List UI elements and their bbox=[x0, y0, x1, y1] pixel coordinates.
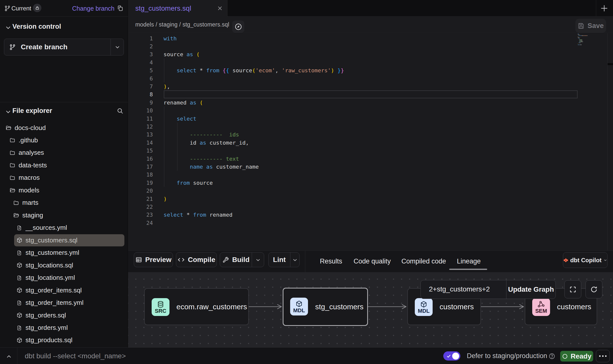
tree-item-stg-customers-sql[interactable]: stg_customers.sql bbox=[0, 234, 128, 246]
tree-item-macros[interactable]: macros bbox=[0, 172, 128, 184]
tree-item-label: stg_orders.yml bbox=[26, 324, 68, 332]
lineage-search-input[interactable]: 2+stg_customers+2 bbox=[429, 285, 490, 293]
tree-item-stg-customers-yml[interactable]: stg_customers.yml bbox=[0, 247, 128, 259]
tree-item-stg-order-items-sql[interactable]: stg_order_items.sql bbox=[0, 284, 128, 296]
table-icon bbox=[135, 256, 142, 263]
save-button[interactable]: Save bbox=[575, 19, 606, 33]
tree-item-label: analyses bbox=[19, 149, 44, 156]
preview-button[interactable]: Preview bbox=[134, 252, 173, 267]
create-branch-button[interactable]: Create branch bbox=[4, 39, 124, 55]
lint-main[interactable]: Lint bbox=[269, 256, 290, 264]
minimap[interactable] bbox=[578, 33, 608, 251]
defer-toggle[interactable] bbox=[443, 351, 460, 361]
tree-item-staging[interactable]: staging bbox=[0, 209, 128, 221]
update-graph-button[interactable]: Update Graph bbox=[506, 280, 556, 299]
create-branch-caret[interactable] bbox=[111, 39, 124, 55]
code-line: source as ( bbox=[164, 50, 200, 58]
copy-icon[interactable] bbox=[117, 5, 124, 12]
lineage-fullscreen-button[interactable] bbox=[564, 280, 581, 298]
dbt-cloud-ide: Current Change branch Version control bbox=[0, 0, 613, 364]
dbt-copilot-label: dbt Copilot bbox=[570, 257, 602, 264]
tree-item--github[interactable]: .github bbox=[0, 134, 128, 146]
line-number: 7 bbox=[128, 82, 153, 91]
line-number: 4 bbox=[128, 58, 153, 67]
expand-console-chevron-icon[interactable] bbox=[5, 353, 12, 360]
build-button[interactable]: Build bbox=[220, 252, 264, 267]
command-input[interactable]: dbt build --select <model_name> bbox=[25, 352, 126, 360]
file-icon bbox=[16, 300, 23, 306]
lint-caret[interactable] bbox=[290, 257, 299, 263]
more-options-button[interactable] bbox=[596, 350, 610, 362]
folder-icon bbox=[9, 162, 16, 168]
change-branch-link[interactable]: Change branch bbox=[72, 5, 114, 12]
file-icon bbox=[16, 275, 23, 281]
tree-item-label: stg_customers.sql bbox=[26, 236, 78, 244]
folder-icon bbox=[9, 137, 16, 143]
lineage-refresh-button[interactable] bbox=[585, 280, 602, 298]
tree-item-stg-locations-yml[interactable]: stg_locations.yml bbox=[0, 272, 128, 284]
tree-item-label: macros bbox=[19, 174, 40, 182]
lineage-node-stg-customers[interactable]: MDLstg_customers bbox=[283, 288, 368, 326]
build-main[interactable]: Build bbox=[220, 256, 252, 264]
panel-tab-compiled-code[interactable]: Compiled code bbox=[401, 258, 446, 265]
tree-item-label: stg_locations.yml bbox=[26, 274, 75, 282]
line-number: 20 bbox=[128, 187, 153, 195]
compile-label: Compile bbox=[188, 256, 215, 264]
code-line: select * from {{ source('ecom', 'raw_cus… bbox=[164, 66, 344, 75]
status-circle-icon bbox=[562, 353, 568, 359]
tree-item-label: stg_customers.yml bbox=[26, 249, 79, 257]
lineage-node-ecom-raw-customers[interactable]: SRCecom.raw_customers bbox=[144, 288, 249, 325]
statusbar-divider bbox=[17, 348, 17, 364]
help-icon[interactable] bbox=[549, 353, 555, 360]
folder-open-icon bbox=[5, 125, 12, 131]
code-line: select bbox=[164, 115, 196, 123]
tree-item--sources-yml[interactable]: __sources.yml bbox=[0, 222, 128, 234]
folder-icon bbox=[13, 200, 19, 206]
code-editor[interactable]: 123456789101112131415161718192021222324 … bbox=[128, 33, 613, 251]
tree-item-stg-order-items-yml[interactable]: stg_order_items.yml bbox=[0, 297, 128, 309]
tree-item-label: stg_order_items.yml bbox=[26, 299, 84, 307]
tree-item-models[interactable]: models bbox=[0, 184, 128, 196]
build-caret[interactable] bbox=[252, 257, 264, 263]
breadcrumb: models / staging / stg_customers.sql bbox=[135, 21, 229, 28]
file-explorer-divider bbox=[0, 102, 128, 102]
cube-icon bbox=[16, 312, 23, 318]
current-branch-label: Current bbox=[11, 5, 31, 12]
tree-item-docs-cloud[interactable]: docs-cloud bbox=[0, 122, 128, 134]
tab-close-icon[interactable] bbox=[217, 5, 223, 12]
tree-item-stg-locations-sql[interactable]: stg_locations.sql bbox=[0, 259, 128, 271]
ready-label: Ready bbox=[571, 352, 591, 360]
copilot-navigate-button[interactable] bbox=[232, 21, 244, 33]
tree-item-analyses[interactable]: analyses bbox=[0, 147, 128, 159]
panel-tab-results[interactable]: Results bbox=[320, 258, 342, 265]
folder-icon bbox=[9, 175, 16, 181]
search-icon[interactable] bbox=[116, 107, 124, 115]
branch-lock-badge bbox=[33, 4, 41, 12]
tab-stg-customers[interactable]: stg_customers.sql bbox=[128, 0, 227, 17]
tree-item-stg-products-sql[interactable]: stg_products.sql bbox=[0, 334, 128, 346]
panel-tab-lineage[interactable]: Lineage bbox=[457, 258, 481, 265]
create-branch-label: Create branch bbox=[21, 43, 67, 51]
compile-button[interactable]: Compile bbox=[176, 252, 217, 267]
version-control-chevron-icon[interactable] bbox=[4, 24, 12, 31]
tab-title: stg_customers.sql bbox=[135, 4, 191, 12]
tree-item-stg-orders-sql[interactable]: stg_orders.sql bbox=[0, 309, 128, 321]
tree-item-marts[interactable]: marts bbox=[0, 197, 128, 209]
file-explorer-title: File explorer bbox=[12, 107, 52, 115]
ready-status-badge: Ready bbox=[560, 351, 593, 362]
tree-item-data-tests[interactable]: data-tests bbox=[0, 159, 128, 171]
tree-item-stg-orders-yml[interactable]: stg_orders.yml bbox=[0, 322, 128, 334]
newtab-divider bbox=[596, 0, 596, 17]
lint-button[interactable]: Lint bbox=[268, 252, 300, 267]
dbt-copilot-button[interactable]: dbt Copilot bbox=[563, 252, 608, 268]
mdl-badge: MDL bbox=[290, 298, 308, 315]
file-explorer-chevron-icon[interactable] bbox=[4, 108, 12, 115]
line-number: 9 bbox=[128, 99, 153, 107]
lineage-panel[interactable]: SRCecom.raw_customersMDLstg_customersMDL… bbox=[128, 272, 613, 347]
lineage-node-label: stg_customers bbox=[315, 288, 363, 325]
line-number: 22 bbox=[128, 203, 153, 211]
tree-item-label: stg_orders.sql bbox=[26, 312, 66, 319]
new-tab-plus-icon[interactable] bbox=[600, 4, 609, 13]
panel-tab-code-quality[interactable]: Code quality bbox=[354, 258, 391, 265]
create-branch-main[interactable]: Create branch bbox=[4, 39, 111, 55]
